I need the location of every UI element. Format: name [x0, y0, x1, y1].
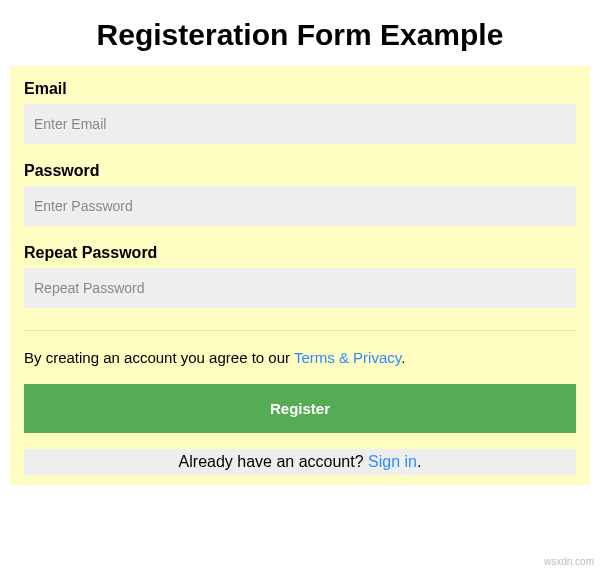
email-label: Email	[24, 80, 576, 98]
agree-text: By creating an account you agree to our …	[24, 349, 576, 366]
email-input[interactable]	[24, 104, 576, 144]
page-title: Registeration Form Example	[0, 0, 600, 66]
signin-text: Already have an account?	[179, 453, 368, 470]
terms-privacy-link[interactable]: Terms & Privacy	[294, 349, 401, 366]
signin-row: Already have an account? Sign in.	[24, 449, 576, 475]
register-button[interactable]: Register	[24, 384, 576, 433]
divider	[24, 330, 576, 331]
signin-link[interactable]: Sign in	[368, 453, 417, 470]
registration-form: Email Password Repeat Password By creati…	[10, 66, 590, 485]
signin-period: .	[417, 453, 421, 470]
repeat-password-label: Repeat Password	[24, 244, 576, 262]
password-input[interactable]	[24, 186, 576, 226]
password-label: Password	[24, 162, 576, 180]
agree-text-prefix: By creating an account you agree to our	[24, 349, 294, 366]
agree-text-period: .	[401, 349, 405, 366]
repeat-password-input[interactable]	[24, 268, 576, 308]
